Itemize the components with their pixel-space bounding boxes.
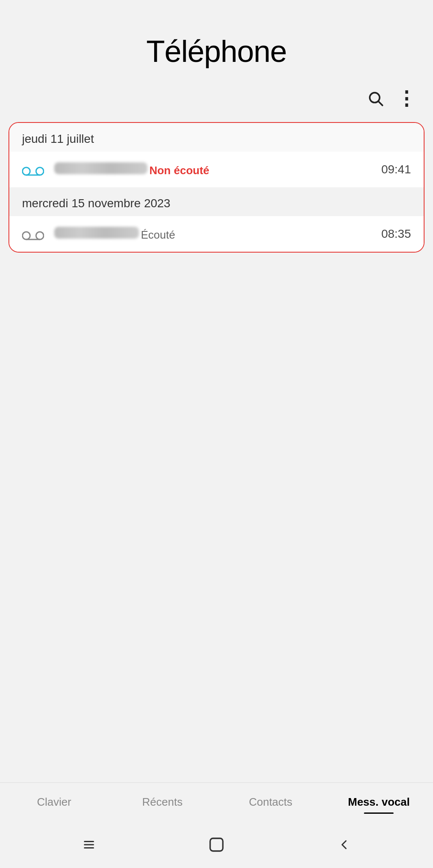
svg-point-6	[36, 232, 44, 239]
voicemail-card: jeudi 11 juillet Non écouté 09:41 mercre…	[8, 122, 425, 253]
nav-active-indicator	[364, 812, 394, 814]
nav-label-clavier: Clavier	[37, 796, 71, 809]
toolbar: ⋮	[0, 81, 433, 118]
voicemail-status-1: Non écouté	[149, 164, 209, 177]
voicemail-icon-2	[22, 226, 44, 242]
nav-item-mess-vocal[interactable]: Mess. vocal	[325, 791, 433, 813]
date-header-1: jeudi 11 juillet	[9, 123, 424, 152]
svg-line-1	[379, 102, 383, 106]
caller-number-1	[54, 162, 147, 174]
header: Téléphone	[0, 0, 433, 81]
svg-point-5	[22, 232, 30, 239]
bottom-nav: Clavier Récents Contacts Mess. vocal	[0, 782, 433, 817]
voicemail-icon-1	[22, 162, 44, 177]
voicemail-time-1: 09:41	[381, 163, 411, 176]
voicemail-time-2: 08:35	[381, 227, 411, 241]
nav-label-contacts: Contacts	[249, 796, 292, 809]
voicemail-status-2: Écouté	[141, 228, 175, 241]
back-icon[interactable]	[329, 834, 359, 855]
date-header-2: mercredi 15 novembre 2023	[9, 187, 424, 216]
caller-number-2	[54, 227, 139, 239]
svg-point-3	[36, 167, 44, 175]
home-icon[interactable]	[202, 834, 231, 855]
svg-point-2	[22, 167, 30, 175]
nav-item-contacts[interactable]: Contacts	[216, 791, 325, 813]
svg-rect-11	[210, 838, 223, 851]
nav-label-mess-vocal: Mess. vocal	[348, 796, 410, 809]
page-title: Téléphone	[0, 34, 433, 69]
search-icon[interactable]	[367, 90, 384, 109]
nav-label-recents: Récents	[142, 796, 183, 809]
nav-item-clavier[interactable]: Clavier	[0, 791, 108, 813]
page-container: Téléphone ⋮ jeudi 11 juillet	[0, 0, 433, 868]
voicemail-item-1[interactable]: Non écouté 09:41	[9, 152, 424, 187]
more-options-icon[interactable]: ⋮	[397, 93, 416, 106]
voicemail-info-2: Écouté	[54, 227, 411, 242]
voicemail-item-2[interactable]: Écouté 08:35	[9, 216, 424, 252]
voicemail-info-1: Non écouté	[54, 162, 411, 177]
recent-apps-icon[interactable]	[74, 834, 104, 855]
nav-item-recents[interactable]: Récents	[108, 791, 217, 813]
system-nav	[0, 821, 433, 868]
